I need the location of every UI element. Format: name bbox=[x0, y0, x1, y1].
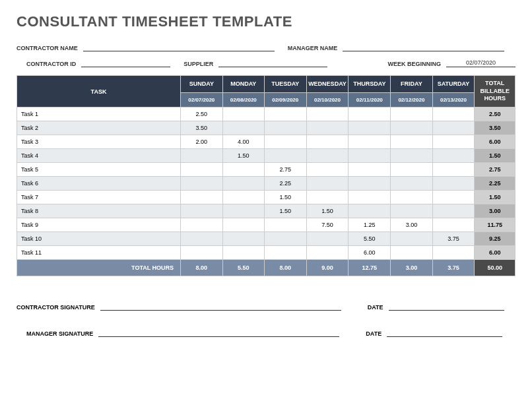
hours-cell[interactable] bbox=[181, 191, 222, 204]
hours-cell[interactable] bbox=[222, 191, 264, 204]
hours-cell[interactable] bbox=[349, 135, 391, 149]
hours-cell[interactable]: 5.50 bbox=[349, 232, 391, 246]
hours-cell[interactable]: 3.75 bbox=[432, 232, 475, 246]
hours-cell[interactable] bbox=[432, 135, 475, 149]
hours-cell[interactable] bbox=[306, 191, 349, 204]
hours-cell[interactable] bbox=[222, 121, 264, 135]
hours-cell[interactable]: 1.50 bbox=[264, 204, 306, 218]
task-name-cell[interactable]: Task 1 bbox=[17, 107, 181, 121]
manager-signature-field[interactable] bbox=[98, 329, 339, 337]
hours-cell[interactable] bbox=[391, 149, 432, 163]
hours-cell[interactable]: 1.25 bbox=[349, 218, 391, 232]
task-name-cell[interactable]: Task 4 bbox=[17, 149, 181, 163]
task-name-cell[interactable]: Task 7 bbox=[17, 191, 181, 204]
hours-cell[interactable] bbox=[222, 163, 264, 177]
hours-cell[interactable] bbox=[349, 149, 391, 163]
hours-cell[interactable] bbox=[432, 177, 475, 191]
hours-cell[interactable] bbox=[181, 218, 222, 232]
hours-cell[interactable] bbox=[181, 246, 222, 260]
hours-cell[interactable] bbox=[306, 121, 349, 135]
hours-cell[interactable] bbox=[306, 135, 349, 149]
hours-cell[interactable] bbox=[391, 135, 432, 149]
table-row: Task 41.501.50 bbox=[17, 149, 515, 163]
hours-cell[interactable] bbox=[222, 232, 264, 246]
hours-cell[interactable]: 1.50 bbox=[264, 191, 306, 204]
contractor-date-field[interactable] bbox=[389, 303, 504, 311]
hours-cell[interactable]: 1.50 bbox=[222, 149, 264, 163]
hours-cell[interactable] bbox=[264, 107, 306, 121]
hours-cell[interactable] bbox=[391, 177, 432, 191]
hours-cell[interactable] bbox=[181, 177, 222, 191]
hours-cell[interactable] bbox=[432, 204, 475, 218]
hours-cell[interactable] bbox=[181, 163, 222, 177]
hours-cell[interactable] bbox=[222, 204, 264, 218]
hours-cell[interactable]: 2.25 bbox=[264, 177, 306, 191]
hours-cell[interactable] bbox=[349, 163, 391, 177]
manager-date-field[interactable] bbox=[387, 329, 502, 337]
hours-cell[interactable]: 2.00 bbox=[181, 135, 222, 149]
hours-cell[interactable] bbox=[349, 177, 391, 191]
hours-cell[interactable]: 6.00 bbox=[349, 246, 391, 260]
hours-cell[interactable]: 2.50 bbox=[181, 107, 222, 121]
hours-cell[interactable] bbox=[306, 107, 349, 121]
task-name-cell[interactable]: Task 3 bbox=[17, 135, 181, 149]
hours-cell[interactable] bbox=[349, 204, 391, 218]
hours-cell[interactable] bbox=[222, 107, 264, 121]
hours-cell[interactable] bbox=[264, 135, 306, 149]
hours-cell[interactable] bbox=[264, 218, 306, 232]
hours-cell[interactable]: 1.50 bbox=[306, 204, 349, 218]
task-name-cell[interactable]: Task 8 bbox=[17, 204, 181, 218]
hours-cell[interactable] bbox=[349, 107, 391, 121]
contractor-id-field[interactable] bbox=[81, 59, 170, 67]
hours-cell[interactable] bbox=[306, 149, 349, 163]
task-name-cell[interactable]: Task 5 bbox=[17, 163, 181, 177]
hours-cell[interactable] bbox=[432, 149, 475, 163]
contractor-signature-label: CONTRACTOR SIGNATURE bbox=[17, 304, 95, 311]
hours-cell[interactable]: 3.50 bbox=[181, 121, 222, 135]
hours-cell[interactable] bbox=[349, 121, 391, 135]
hours-cell[interactable] bbox=[349, 191, 391, 204]
supplier-field[interactable] bbox=[218, 59, 327, 67]
date-header: 02/09/2020 bbox=[264, 92, 306, 107]
hours-cell[interactable] bbox=[432, 218, 475, 232]
hours-cell[interactable]: 7.50 bbox=[306, 218, 349, 232]
hours-cell[interactable] bbox=[181, 204, 222, 218]
task-name-cell[interactable]: Task 10 bbox=[17, 232, 181, 246]
manager-name-field[interactable] bbox=[343, 44, 504, 51]
hours-cell[interactable] bbox=[391, 246, 432, 260]
hours-cell[interactable] bbox=[391, 232, 432, 246]
hours-cell[interactable] bbox=[391, 107, 432, 121]
hours-cell[interactable]: 2.75 bbox=[264, 163, 306, 177]
hours-cell[interactable] bbox=[391, 163, 432, 177]
hours-cell[interactable] bbox=[264, 246, 306, 260]
hours-cell[interactable] bbox=[432, 163, 475, 177]
hours-cell[interactable] bbox=[222, 246, 264, 260]
hours-cell[interactable] bbox=[306, 177, 349, 191]
hours-cell[interactable] bbox=[264, 149, 306, 163]
contractor-name-field[interactable] bbox=[83, 44, 275, 51]
hours-cell[interactable] bbox=[181, 149, 222, 163]
hours-cell[interactable] bbox=[222, 177, 264, 191]
hours-cell[interactable] bbox=[306, 163, 349, 177]
hours-cell[interactable] bbox=[264, 232, 306, 246]
hours-cell[interactable]: 4.00 bbox=[222, 135, 264, 149]
hours-cell[interactable] bbox=[391, 204, 432, 218]
task-name-cell[interactable]: Task 11 bbox=[17, 246, 181, 260]
hours-cell[interactable] bbox=[306, 232, 349, 246]
week-beginning-field[interactable]: 02/07/2020 bbox=[446, 59, 515, 67]
hours-cell[interactable] bbox=[432, 191, 475, 204]
hours-cell[interactable] bbox=[306, 246, 349, 260]
task-name-cell[interactable]: Task 6 bbox=[17, 177, 181, 191]
hours-cell[interactable] bbox=[391, 121, 432, 135]
task-name-cell[interactable]: Task 9 bbox=[17, 218, 181, 232]
hours-cell[interactable] bbox=[432, 246, 475, 260]
task-name-cell[interactable]: Task 2 bbox=[17, 121, 181, 135]
contractor-signature-field[interactable] bbox=[100, 303, 341, 311]
hours-cell[interactable] bbox=[181, 232, 222, 246]
hours-cell[interactable]: 3.00 bbox=[391, 218, 432, 232]
hours-cell[interactable] bbox=[264, 121, 306, 135]
hours-cell[interactable] bbox=[391, 191, 432, 204]
hours-cell[interactable] bbox=[432, 107, 475, 121]
hours-cell[interactable] bbox=[222, 218, 264, 232]
hours-cell[interactable] bbox=[432, 121, 475, 135]
